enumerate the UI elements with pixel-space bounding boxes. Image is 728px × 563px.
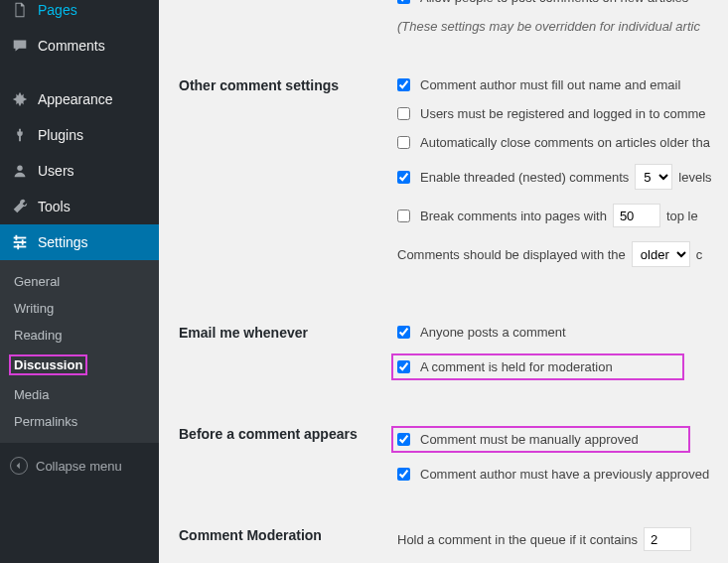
sidebar-item-comments[interactable]: Comments — [0, 28, 159, 64]
other-settings-heading: Other comment settings — [179, 77, 397, 93]
svg-rect-2 — [14, 241, 27, 243]
comments-icon — [10, 36, 30, 56]
menu-label: Settings — [38, 234, 88, 250]
break-label-a: Break comments into pages with — [420, 209, 607, 223]
submenu-reading[interactable]: Reading — [0, 322, 159, 349]
anyone-posts-label: Anyone posts a comment — [420, 325, 566, 340]
svg-point-0 — [17, 166, 22, 171]
before-heading: Before a comment appears — [179, 426, 397, 442]
threaded-checkbox[interactable] — [397, 171, 410, 184]
prev-approved-label: Comment author must have a previously ap… — [420, 467, 709, 482]
override-note: (These settings may be overridden for in… — [397, 19, 728, 34]
allow-comments-label: Allow people to post comments on new art… — [420, 0, 688, 5]
menu-label: Users — [38, 163, 74, 179]
submenu-writing[interactable]: Writing — [0, 295, 159, 322]
held-moderation-label: A comment is held for moderation — [420, 359, 613, 374]
pages-icon — [10, 0, 30, 20]
manual-approve-checkbox[interactable] — [397, 433, 410, 446]
svg-rect-6 — [17, 244, 19, 249]
registered-label: Users must be registered and logged in t… — [420, 106, 706, 121]
allow-comments-checkbox[interactable] — [397, 0, 410, 4]
sidebar-item-pages[interactable]: Pages — [0, 0, 159, 28]
display-order-select[interactable]: older — [632, 241, 690, 267]
menu-label: Comments — [38, 38, 105, 54]
submenu-permalinks[interactable]: Permalinks — [0, 408, 159, 435]
threaded-label-a: Enable threaded (nested) comments — [420, 170, 629, 185]
autoclose-label: Automatically close comments on articles… — [420, 135, 710, 150]
submenu-discussion[interactable]: Discussion — [0, 349, 159, 381]
sidebar-item-users[interactable]: Users — [0, 153, 159, 189]
registered-checkbox[interactable] — [397, 107, 410, 120]
manual-approve-label: Comment must be manually approved — [420, 432, 639, 447]
admin-sidebar: Pages Comments Appearance Plugins Users … — [0, 0, 159, 563]
break-pages-checkbox[interactable] — [397, 210, 410, 222]
held-moderation-checkbox[interactable] — [397, 360, 410, 373]
hold-count-input[interactable] — [644, 527, 691, 551]
anyone-posts-checkbox[interactable] — [397, 326, 410, 339]
threaded-label-b: levels — [678, 170, 711, 185]
settings-submenu: General Writing Reading Discussion Media… — [0, 260, 159, 443]
svg-rect-5 — [22, 239, 24, 244]
submenu-media[interactable]: Media — [0, 381, 159, 408]
fill-name-checkbox[interactable] — [397, 78, 410, 91]
sidebar-item-appearance[interactable]: Appearance — [0, 81, 159, 117]
threaded-levels-select[interactable]: 5 — [635, 164, 672, 190]
break-pages-input[interactable] — [613, 204, 660, 227]
prev-approved-checkbox[interactable] — [397, 468, 410, 481]
menu-label: Plugins — [38, 127, 83, 143]
break-label-b: top le — [666, 209, 698, 223]
settings-icon — [10, 232, 30, 252]
moderation-heading: Comment Moderation — [179, 527, 397, 543]
plugins-icon — [10, 125, 30, 145]
tools-icon — [10, 197, 30, 216]
svg-rect-4 — [16, 235, 18, 240]
menu-label: Tools — [38, 199, 71, 214]
submenu-general[interactable]: General — [0, 268, 159, 295]
display-label-b: c — [696, 247, 703, 262]
hold-label: Hold a comment in the queue if it contai… — [397, 532, 638, 547]
sidebar-item-plugins[interactable]: Plugins — [0, 117, 159, 153]
settings-content: Allow people to post comments on new art… — [159, 0, 728, 563]
menu-label: Pages — [38, 2, 77, 18]
sidebar-item-settings[interactable]: Settings — [0, 224, 159, 260]
sidebar-item-tools[interactable]: Tools — [0, 189, 159, 224]
menu-label: Appearance — [38, 91, 113, 107]
fill-name-label: Comment author must fill out name and em… — [420, 77, 680, 92]
appearance-icon — [10, 89, 30, 109]
display-label-a: Comments should be displayed with the — [397, 247, 626, 262]
svg-rect-3 — [14, 246, 27, 248]
autoclose-checkbox[interactable] — [397, 136, 410, 149]
users-icon — [10, 161, 30, 181]
collapse-icon — [10, 457, 28, 475]
email-heading: Email me whenever — [179, 325, 397, 341]
collapse-menu-button[interactable]: Collapse menu — [0, 449, 159, 483]
